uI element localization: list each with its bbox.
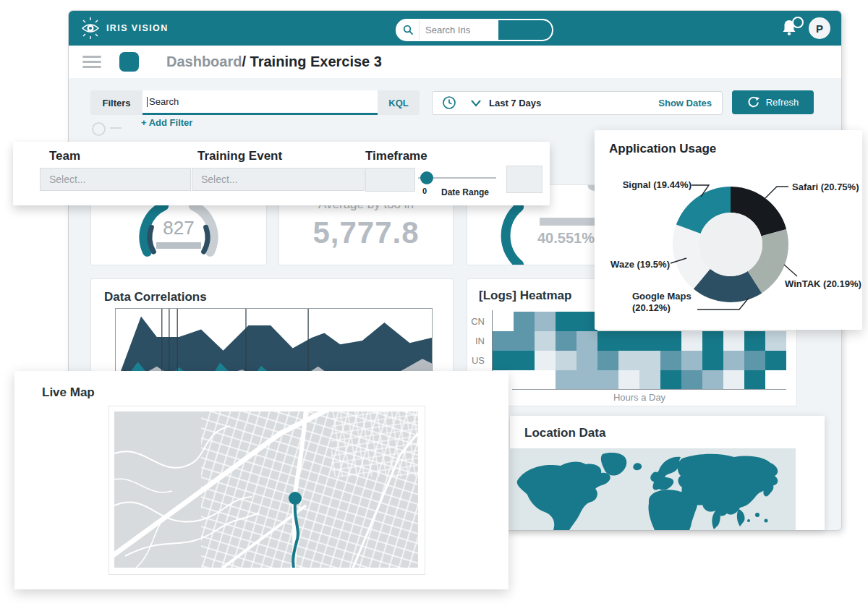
heatmap-cell[interactable] (723, 370, 744, 390)
slider-caption: Date Range (441, 187, 489, 197)
donut-label-wintak: WinTAK (20.19%) (785, 278, 861, 290)
donut-label-google-maps-line2: (20.12%) (632, 302, 692, 314)
panel-title: [Logs] Heatmap (479, 289, 571, 303)
heatmap-cell[interactable] (514, 351, 535, 370)
heatmap-cell[interactable] (576, 370, 597, 390)
donut-label-waze: Waze (19.5%) (605, 259, 670, 270)
heatmap-cell[interactable] (556, 331, 576, 351)
heatmap-cell[interactable] (576, 351, 597, 370)
chevron-down-icon[interactable] (469, 98, 483, 108)
search-submit-region[interactable] (497, 20, 552, 40)
donut-label-safari: Safari (20.75%) (792, 182, 859, 193)
heatmap-cell[interactable] (681, 351, 702, 370)
filters-bar: Filters Search KQL (90, 90, 420, 115)
heatmap-cell[interactable] (618, 331, 639, 351)
add-filter-link[interactable]: + Add Filter (141, 117, 192, 128)
heatmap-cell[interactable] (514, 331, 535, 351)
heatmap-cell[interactable] (597, 351, 618, 370)
filter-search-value: Search (149, 96, 179, 107)
global-search-input[interactable]: Search Iris (420, 20, 497, 40)
heatmap-x-axis (512, 389, 786, 390)
heatmap-cell[interactable] (556, 312, 576, 331)
filter-pin-circle[interactable] (92, 122, 106, 136)
heatmap-row-label-us: US (467, 355, 485, 366)
heatmap-cell[interactable] (639, 370, 660, 390)
heatmap-cell[interactable] (681, 370, 702, 390)
heatmap-cell[interactable] (744, 370, 765, 390)
heatmap-cell[interactable] (702, 351, 723, 370)
training-event-select[interactable]: Select... (192, 168, 365, 191)
team-select[interactable]: Select... (40, 168, 191, 191)
text-caret (147, 97, 148, 107)
search-icon (397, 20, 420, 40)
gauge-value: 827 (91, 217, 266, 239)
heatmap-cell[interactable] (660, 351, 681, 370)
time-range-value[interactable]: Last 7 Days (489, 98, 541, 108)
heatmap-cell[interactable] (765, 331, 786, 351)
kql-toggle[interactable]: KQL (378, 90, 420, 115)
heatmap-cell[interactable] (535, 331, 556, 351)
top-app-bar: IRIS VISION Search Iris P (69, 11, 841, 46)
heatmap-cell[interactable] (597, 331, 618, 351)
live-map-panel: Live Map (14, 371, 509, 589)
avatar-initial: P (816, 22, 823, 35)
filter-overlay-panel: Team Select... Training Event Select... … (13, 142, 550, 205)
show-dates-link[interactable]: Show Dates (658, 98, 712, 108)
donut-label-google-maps-line1: Google Maps (632, 291, 692, 302)
time-range-picker[interactable]: Last 7 Days Show Dates (432, 91, 723, 115)
workspace-square-icon[interactable] (119, 52, 139, 72)
location-data-card: Location Data (510, 416, 825, 530)
avatar[interactable]: P (809, 17, 830, 39)
heatmap-cell[interactable] (493, 331, 514, 351)
heatmap-cell[interactable] (493, 351, 514, 370)
street-map[interactable] (114, 411, 418, 568)
heatmap-cell[interactable] (765, 351, 786, 370)
heatmap-cell[interactable] (660, 370, 681, 390)
menu-icon[interactable] (82, 56, 101, 71)
page-title: / Training Exercise 3 (242, 54, 381, 70)
date-range-slider-handle[interactable] (420, 171, 433, 184)
breadcrumb-section[interactable]: Dashboard (166, 54, 242, 70)
refresh-icon (747, 96, 760, 108)
heatmap-cell[interactable] (618, 370, 639, 390)
filters-label: Filters (90, 90, 142, 115)
heatmap-cell[interactable] (702, 370, 723, 390)
location-pin-icon (289, 492, 302, 505)
gauge-value: 40.551% (537, 230, 595, 247)
heatmap-cell[interactable] (535, 312, 556, 331)
donut-label-signal: Signal (19.44%) (604, 179, 692, 191)
slider-value: 0 (422, 187, 427, 195)
map-frame (109, 406, 425, 575)
heatmap-cell[interactable] (535, 351, 556, 370)
panel-title: Location Data (524, 426, 605, 440)
heatmap-cell[interactable] (723, 351, 744, 370)
page: IRIS VISION Search Iris P Dashboard / Tr… (0, 0, 868, 606)
timeframe-label: Timeframe (365, 149, 427, 163)
heatmap-cell[interactable] (744, 331, 765, 351)
timeframe-end-input[interactable] (506, 166, 542, 193)
heatmap-cell[interactable] (660, 331, 681, 351)
world-map (510, 448, 796, 530)
heatmap-cell[interactable] (723, 331, 744, 351)
gauge-target-bar (156, 242, 201, 249)
heatmap-cell[interactable] (744, 351, 765, 370)
filter-search-input[interactable]: Search (142, 90, 378, 115)
heatmap-cell[interactable] (639, 351, 660, 370)
heatmap-cell[interactable] (639, 331, 660, 351)
heatmap-cell[interactable] (556, 351, 576, 370)
breadcrumb: Dashboard / Training Exercise 3 (166, 46, 382, 78)
heatmap-cell[interactable] (514, 312, 535, 331)
refresh-button[interactable]: Refresh (732, 90, 814, 114)
heatmap-cell[interactable] (597, 370, 618, 390)
gauge-target-bar (540, 218, 596, 226)
heatmap-cell[interactable] (702, 331, 723, 351)
global-search[interactable]: Search Iris (396, 19, 553, 41)
heatmap-cell[interactable] (681, 331, 702, 351)
heatmap-cell[interactable] (576, 331, 597, 351)
secondary-nav-bar: Dashboard / Training Exercise 3 (69, 46, 841, 78)
heatmap-cell[interactable] (556, 370, 576, 390)
heatmap-cell[interactable] (618, 351, 639, 370)
iris-eye-logo-icon (79, 17, 102, 39)
timeframe-input[interactable] (365, 168, 415, 192)
filter-dash (110, 127, 122, 129)
